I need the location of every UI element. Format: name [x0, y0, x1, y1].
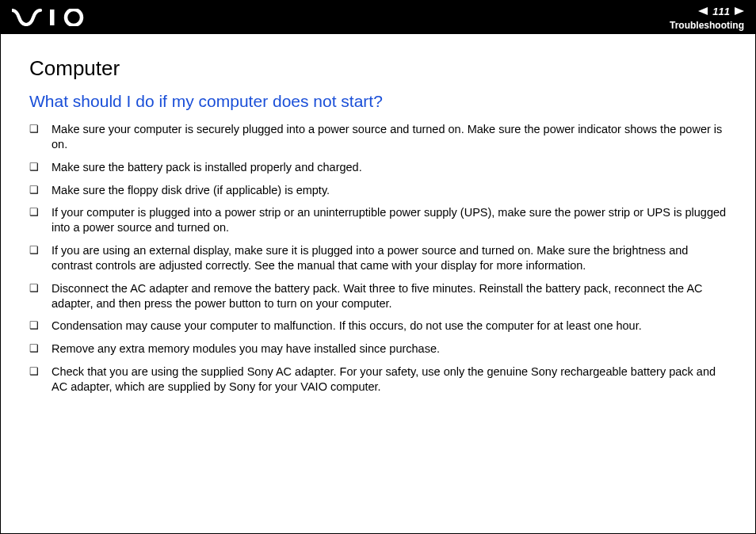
- bullet-icon: ❑: [29, 206, 52, 219]
- content-area: Computer What should I do if my computer…: [1, 34, 755, 395]
- vaio-logo-svg: [12, 9, 85, 26]
- list-item: ❑Make sure your computer is securely plu…: [29, 122, 727, 152]
- bullet-icon: ❑: [29, 365, 52, 379]
- bullet-icon: ❑: [29, 342, 52, 356]
- svg-rect-0: [50, 10, 55, 25]
- list-item: ❑Disconnect the AC adapter and remove th…: [29, 281, 727, 311]
- troubleshoot-list: ❑Make sure your computer is securely plu…: [29, 122, 727, 395]
- bullet-icon: ❑: [29, 319, 52, 333]
- page-title: Computer: [29, 56, 727, 81]
- next-page-arrow-icon[interactable]: [735, 4, 744, 18]
- prev-page-arrow-icon[interactable]: [698, 4, 708, 18]
- header-bar: 111 Troubleshooting: [1, 1, 755, 34]
- list-item: ❑Condensation may cause your computer to…: [29, 318, 727, 334]
- list-item: ❑If your computer is plugged into a powe…: [29, 205, 727, 235]
- bullet-icon: ❑: [29, 161, 52, 174]
- list-item: ❑Check that you are using the supplied S…: [29, 364, 727, 395]
- header-nav: 111 Troubleshooting: [670, 4, 744, 31]
- page-nav: 111: [698, 4, 744, 18]
- page-number: 111: [712, 6, 730, 17]
- bullet-icon: ❑: [29, 282, 52, 296]
- bullet-icon: ❑: [29, 184, 52, 197]
- svg-point-1: [66, 10, 82, 25]
- section-label: Troubleshooting: [670, 20, 744, 31]
- svg-marker-2: [698, 7, 708, 15]
- list-item: ❑Make sure the floppy disk drive (if app…: [29, 183, 727, 198]
- bullet-icon: ❑: [29, 244, 52, 257]
- list-item: ❑Make sure the battery pack is installed…: [29, 160, 727, 175]
- vaio-logo: [12, 9, 85, 26]
- question-heading: What should I do if my computer does not…: [29, 92, 727, 111]
- manual-page: 111 Troubleshooting Computer What should…: [0, 0, 756, 534]
- list-item: ❑If you are using an external display, m…: [29, 243, 727, 273]
- bullet-icon: ❑: [29, 123, 52, 136]
- svg-marker-3: [735, 7, 744, 15]
- list-item: ❑Remove any extra memory modules you may…: [29, 341, 727, 357]
